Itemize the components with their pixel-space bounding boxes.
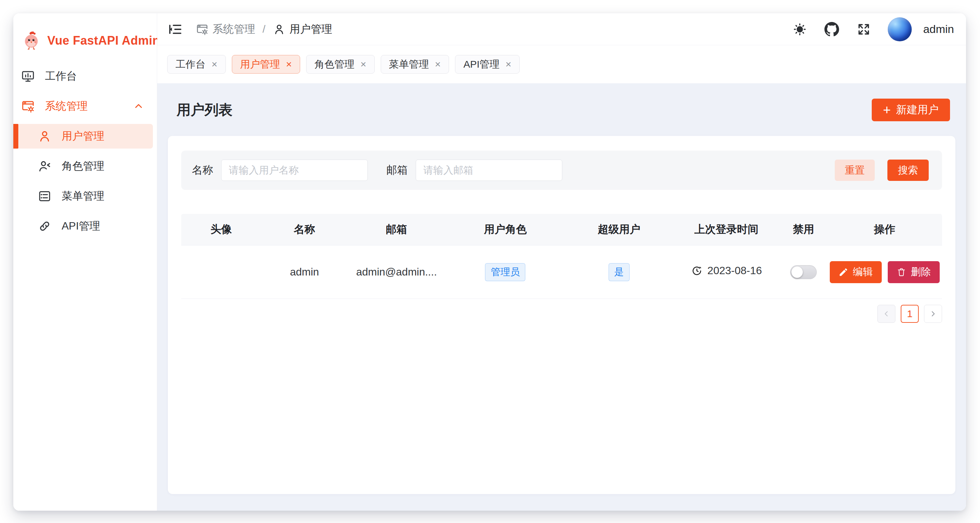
page-head: 用户列表 + 新建用户 bbox=[168, 83, 955, 136]
tab-label: 用户管理 bbox=[240, 58, 280, 71]
theme-toggle-button[interactable] bbox=[792, 21, 808, 37]
pencil-icon bbox=[838, 267, 848, 277]
sidebar-item-label: 用户管理 bbox=[62, 129, 104, 143]
cell-actions: 编辑 删除 bbox=[827, 245, 942, 299]
edit-label: 编辑 bbox=[853, 265, 873, 279]
col-name: 名称 bbox=[261, 214, 348, 245]
sidebar-item-system[interactable]: 系统管理 bbox=[13, 94, 153, 119]
brand[interactable]: Vue FastAPI Admin bbox=[13, 13, 157, 64]
tab-menus[interactable]: 菜单管理 × bbox=[381, 55, 449, 74]
email-input[interactable] bbox=[416, 160, 562, 181]
col-role: 用户角色 bbox=[445, 214, 566, 245]
sidebar-item-label: 工作台 bbox=[45, 69, 77, 84]
name-input[interactable] bbox=[221, 160, 368, 181]
create-user-button[interactable]: + 新建用户 bbox=[872, 99, 950, 121]
col-actions: 操作 bbox=[827, 214, 942, 245]
table-header-row: 头像 名称 邮箱 用户角色 超级用户 上次登录时间 禁用 操作 bbox=[181, 214, 942, 245]
chevron-left-icon bbox=[882, 310, 891, 318]
superuser-badge: 是 bbox=[609, 263, 630, 281]
pagination-prev-button[interactable] bbox=[877, 305, 896, 323]
breadcrumb-separator: / bbox=[262, 23, 266, 35]
sidebar-item-label: 系统管理 bbox=[45, 99, 88, 114]
tab-close-icon[interactable]: × bbox=[505, 59, 511, 69]
col-avatar: 头像 bbox=[181, 214, 261, 245]
users-table: 头像 名称 邮箱 用户角色 超级用户 上次登录时间 禁用 操作 bbox=[181, 214, 942, 299]
link-icon bbox=[38, 219, 52, 233]
delete-button[interactable]: 删除 bbox=[888, 261, 940, 283]
pagination-page-1[interactable]: 1 bbox=[901, 305, 919, 323]
name-field-label: 名称 bbox=[192, 163, 213, 178]
tab-api[interactable]: API管理 × bbox=[455, 55, 520, 74]
github-link-button[interactable] bbox=[824, 21, 840, 37]
topbar: 系统管理 / 用户管理 bbox=[157, 13, 966, 45]
brand-title: Vue FastAPI Admin bbox=[47, 33, 160, 48]
window-gear-icon bbox=[196, 23, 208, 36]
disabled-toggle[interactable] bbox=[790, 265, 817, 279]
breadcrumb-item-system[interactable]: 系统管理 bbox=[196, 22, 255, 37]
sidebar-menu: 工作台 系统管理 用户管理 bbox=[13, 64, 157, 244]
tab-close-icon[interactable]: × bbox=[360, 59, 366, 69]
cell-role: 管理员 bbox=[445, 245, 566, 299]
list-box-icon bbox=[38, 189, 52, 203]
trash-icon bbox=[896, 267, 906, 277]
col-disabled: 禁用 bbox=[780, 214, 827, 245]
email-field-label: 邮箱 bbox=[387, 163, 408, 178]
tab-label: 菜单管理 bbox=[389, 58, 429, 71]
breadcrumb-item-users[interactable]: 用户管理 bbox=[273, 22, 332, 37]
sidebar-item-api[interactable]: API管理 bbox=[13, 214, 153, 238]
breadcrumb-label: 系统管理 bbox=[213, 22, 255, 37]
table-card: 名称 邮箱 重置 搜索 bbox=[168, 136, 955, 494]
user-avatar[interactable] bbox=[888, 17, 912, 41]
sidebar-item-label: 角色管理 bbox=[62, 159, 104, 173]
pagination-next-button[interactable] bbox=[924, 305, 942, 323]
reset-button[interactable]: 重置 bbox=[835, 160, 875, 181]
col-email: 邮箱 bbox=[348, 214, 445, 245]
tab-close-icon[interactable]: × bbox=[435, 59, 441, 69]
pagination: 1 bbox=[181, 305, 942, 323]
app-window: Vue FastAPI Admin 工作台 系统管理 bbox=[13, 13, 966, 511]
tab-users[interactable]: 用户管理 × bbox=[232, 55, 301, 74]
tab-close-icon[interactable]: × bbox=[286, 59, 292, 69]
tab-workbench[interactable]: 工作台 × bbox=[167, 55, 226, 74]
breadcrumb-label: 用户管理 bbox=[290, 22, 332, 37]
username-label[interactable]: admin bbox=[923, 23, 954, 36]
tab-roles[interactable]: 角色管理 × bbox=[306, 55, 375, 74]
tab-close-icon[interactable]: × bbox=[212, 59, 218, 69]
chick-logo-icon bbox=[22, 31, 41, 51]
sidebar-item-menus[interactable]: 菜单管理 bbox=[13, 184, 153, 208]
search-button[interactable]: 搜索 bbox=[888, 160, 929, 181]
page-title: 用户列表 bbox=[177, 100, 232, 119]
plus-icon: + bbox=[883, 103, 891, 117]
sidebar-item-roles[interactable]: 角色管理 bbox=[13, 154, 153, 178]
tabbar: 工作台 × 用户管理 × 角色管理 × 菜单管理 × API管理 × bbox=[157, 45, 966, 83]
tab-label: API管理 bbox=[463, 58, 500, 71]
fullscreen-expand-icon bbox=[856, 22, 871, 37]
last-login-value: 2023-08-16 bbox=[708, 264, 762, 277]
cell-last-login: 2023-08-16 bbox=[673, 245, 780, 299]
cell-superuser: 是 bbox=[565, 245, 673, 299]
cell-avatar bbox=[181, 245, 261, 299]
sidebar-collapse-button[interactable] bbox=[167, 21, 183, 37]
monitor-icon bbox=[21, 69, 35, 83]
search-toolbar: 名称 邮箱 重置 搜索 bbox=[181, 151, 942, 190]
fullscreen-button[interactable] bbox=[856, 21, 872, 37]
clock-history-icon bbox=[691, 265, 703, 277]
main-column: 系统管理 / 用户管理 bbox=[157, 13, 966, 511]
col-superuser: 超级用户 bbox=[565, 214, 673, 245]
tab-label: 工作台 bbox=[175, 58, 205, 71]
tab-label: 角色管理 bbox=[315, 58, 355, 71]
col-last-login: 上次登录时间 bbox=[673, 214, 780, 245]
topbar-actions: admin bbox=[792, 17, 954, 41]
person-icon bbox=[273, 23, 285, 36]
person-icon bbox=[38, 129, 52, 143]
chevron-up-icon bbox=[133, 100, 144, 112]
edit-button[interactable]: 编辑 bbox=[830, 261, 882, 283]
sidebar-item-users[interactable]: 用户管理 bbox=[13, 124, 153, 149]
cell-name: admin bbox=[261, 245, 348, 299]
table-row: admin admin@admin.... 管理员 是 bbox=[181, 245, 942, 299]
page-content: 用户列表 + 新建用户 名称 邮箱 重置 搜索 bbox=[157, 83, 966, 511]
sidebar-item-workbench[interactable]: 工作台 bbox=[13, 64, 153, 89]
collapse-menu-icon bbox=[168, 22, 183, 37]
chevron-right-icon bbox=[929, 310, 937, 318]
breadcrumb: 系统管理 / 用户管理 bbox=[196, 22, 332, 37]
